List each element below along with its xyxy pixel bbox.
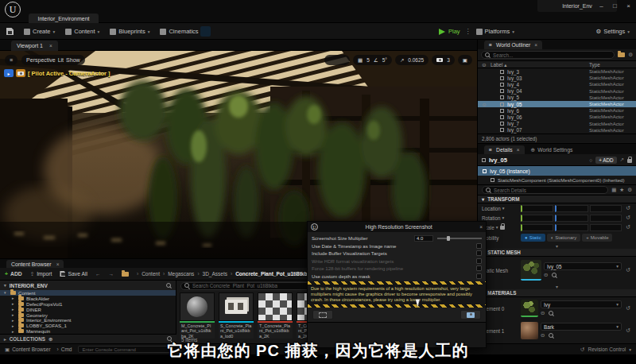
mobility-option[interactable]: + Movable <box>582 234 612 242</box>
scale-value-field[interactable] <box>521 224 553 231</box>
folder-tree-item[interactable]: ▸ Mannequin <box>0 328 176 334</box>
folder-tree-item[interactable]: ▾ Content <box>0 290 176 296</box>
browse-to-asset-icon[interactable] <box>549 311 554 316</box>
location-label[interactable]: Location▾ <box>482 206 518 211</box>
editor-mode-icon[interactable] <box>238 26 249 37</box>
world-settings-tab[interactable]: ⊕ World Settings <box>526 145 578 154</box>
reset-icon[interactable]: ↺ <box>624 327 632 334</box>
reset-icon[interactable]: ↺ <box>624 215 632 221</box>
checkbox[interactable] <box>476 265 482 271</box>
angle-snap-icon[interactable]: ∠ <box>374 57 378 64</box>
folder-tree-item[interactable]: ▸ BlackAlder <box>0 296 176 301</box>
location-value-field[interactable] <box>521 205 553 212</box>
close-icon[interactable]: × <box>517 147 520 153</box>
close-icon[interactable]: × <box>534 42 537 48</box>
outliner-row[interactable]: ⊙ Ivy_07 StaticMeshActor <box>478 127 636 134</box>
location-value-field[interactable] <box>555 205 588 212</box>
angle-snap-value[interactable]: 5° <box>382 57 387 63</box>
editor-mode-icon[interactable] <box>258 26 268 37</box>
outliner-row[interactable]: ⊙ Ivy_06 StaticMeshActor <box>478 114 636 120</box>
outliner-search-input[interactable]: Search... <box>481 51 615 59</box>
outliner-row[interactable]: ⊙ Ivy_7 StaticMeshActor <box>478 121 636 127</box>
breadcrumb-item[interactable]: › Content <box>137 271 160 277</box>
scale-lock-icon[interactable] <box>500 226 505 230</box>
rotation-label[interactable]: Rotation▾ <box>482 215 518 221</box>
toolbar-button[interactable]: Cinematics ▾ <box>160 28 203 35</box>
pilot-camera-button[interactable] <box>16 69 25 77</box>
asset-tile[interactable]: S_Concrete_Plant_Pot_u1ti8tkba_lod0 <box>219 292 254 339</box>
grid-snap-value[interactable]: 5 <box>366 57 370 63</box>
asset-tile[interactable]: T_Concrete_Plant_Pot_u1ti8tkba_2K <box>258 292 293 339</box>
expand-arrow-icon[interactable]: ▾ <box>4 290 8 295</box>
expand-advanced-icon[interactable]: ▾ <box>478 284 636 289</box>
expand-advanced-icon[interactable]: ▾ <box>478 243 636 249</box>
breadcrumb-item[interactable]: › 3D_Assets <box>197 271 227 277</box>
search-icon[interactable] <box>166 283 172 288</box>
new-folder-icon[interactable] <box>618 52 625 57</box>
component-row[interactable]: StaticMeshComponent (StaticMeshComponent… <box>478 176 636 184</box>
eject-pilot-button[interactable]: ▸ <box>4 69 14 77</box>
reset-icon[interactable]: ↺ <box>624 224 632 230</box>
dialog-title-bar[interactable]: U High Resolution Screenshot × <box>308 222 486 232</box>
mobility-option[interactable]: ◐ Stationary <box>547 234 581 242</box>
add-button[interactable]: + ADD <box>5 271 22 277</box>
settings-button[interactable]: ⚙ Settings ▾ <box>595 23 630 40</box>
maximize-viewport-button[interactable]: ▣ <box>458 55 472 65</box>
toolbar-button[interactable]: Create ▾ <box>24 28 55 35</box>
editor-mode-icon[interactable] <box>296 26 306 37</box>
editor-mode-icon[interactable] <box>277 26 287 37</box>
specify-region-button[interactable] <box>312 310 333 319</box>
minimize-button[interactable]: – <box>595 2 607 10</box>
expand-arrow-icon[interactable]: ▸ <box>12 329 16 334</box>
details-search-input[interactable]: Search Details <box>482 186 608 194</box>
outliner-row[interactable]: ⊙ Ivy_05 StaticMeshActor <box>478 101 636 107</box>
close-button[interactable]: × <box>622 2 634 10</box>
expand-arrow-icon[interactable]: ▸ <box>12 301 16 306</box>
use-selected-icon[interactable]: ⊙ <box>541 310 545 316</box>
favorites-star-icon[interactable]: ★ <box>619 187 624 193</box>
save-all-button[interactable]: Save All <box>60 271 87 277</box>
world-outliner-tab[interactable]: ≡ World Outliner × <box>484 41 542 49</box>
viewport-option[interactable]: Lit <box>58 57 64 63</box>
folder-tree-item[interactable]: ▸ DefectPropsVol1 <box>0 301 176 307</box>
scale-value-field[interactable] <box>590 224 622 231</box>
actor-instance-row[interactable]: Ivy_05 (Instance) <box>478 166 636 176</box>
restore-button[interactable]: □ <box>609 2 621 10</box>
material-dropdown[interactable]: Ivy ▾ <box>541 300 622 308</box>
reset-icon[interactable]: ↺ <box>624 305 632 312</box>
reset-icon[interactable]: ↺ <box>624 205 632 211</box>
platforms-button[interactable]: Platforms ▾ <box>476 28 514 35</box>
materials-section-header[interactable]: ▾ MATERIALS <box>478 289 636 297</box>
camera-speed-control[interactable]: ↗ 0.0625 <box>395 55 429 65</box>
static-mesh-section-header[interactable]: ▾ STATIC MESH <box>478 249 636 257</box>
scale-value-field[interactable] <box>555 224 588 231</box>
eye-icon[interactable]: ⊙ <box>478 102 491 107</box>
forward-icon[interactable]: → <box>109 271 114 277</box>
close-icon[interactable]: × <box>56 261 60 267</box>
editor-mode-icon[interactable] <box>200 26 211 37</box>
save-icon[interactable] <box>6 28 14 35</box>
eye-icon[interactable]: ⊙ <box>478 62 491 68</box>
asset-tile[interactable]: M_Concrete_Plant_Pot_u1ti8tkba_2K <box>180 292 215 339</box>
outliner-row[interactable]: ⊙ Ivy_5 StaticMeshActor <box>478 95 636 101</box>
breadcrumb-item[interactable]: › Megascans <box>163 271 194 277</box>
scale-label[interactable]: Scale▾ <box>482 225 518 230</box>
capture-screenshot-button[interactable] <box>460 310 481 319</box>
static-mesh-dropdown[interactable]: Ivy_05 ▾ <box>544 262 622 270</box>
outliner-row[interactable]: ⊙ Ivy_4 StaticMeshActor <box>478 81 636 87</box>
type-column-header[interactable]: Type <box>589 62 600 68</box>
folder-tree-item[interactable]: ▸ DINER <box>0 307 176 312</box>
play-options-icon[interactable]: ⋮ <box>465 28 471 35</box>
editor-mode-icon[interactable] <box>315 26 325 37</box>
outliner-row[interactable]: ⊙ Ivy_03 StaticMeshActor <box>478 75 636 81</box>
sources-header[interactable]: ▾ INTERIOR_ENV <box>0 281 176 290</box>
transform-section-header[interactable]: ▾ TRANSFORM <box>478 196 636 203</box>
folder-tree-item[interactable]: ▸ LOBBY_SOFAS_1 <box>0 323 176 328</box>
expand-arrow-icon[interactable]: ▸ <box>12 318 16 323</box>
toolbar-button[interactable]: Blueprints ▾ <box>110 28 149 35</box>
rotation-value-field[interactable] <box>555 215 588 222</box>
use-selected-icon[interactable]: ⊙ <box>544 272 548 278</box>
details-tab[interactable]: ≡ Details × <box>484 145 525 154</box>
viewport-option[interactable]: Show <box>66 57 80 63</box>
details-settings-icon[interactable]: ⚙ <box>627 187 632 193</box>
